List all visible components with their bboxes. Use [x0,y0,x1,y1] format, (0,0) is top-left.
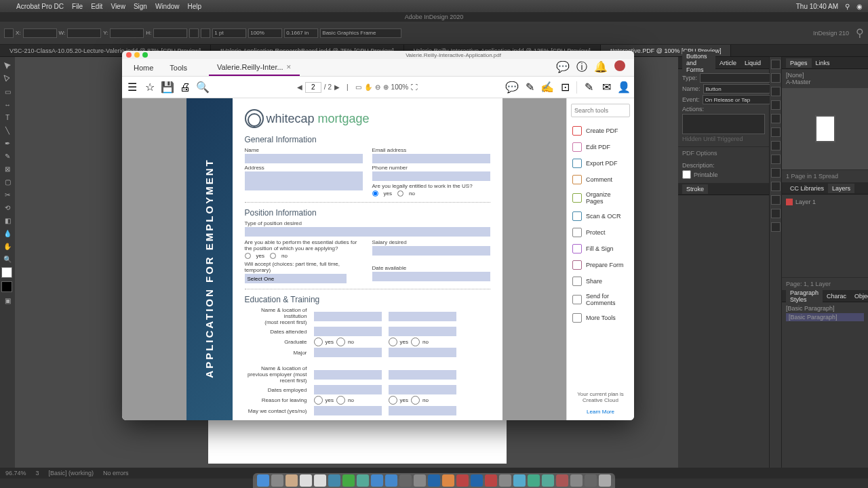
stroke-swatch[interactable] [1,281,12,292]
workspace-label[interactable]: InDesign 210 [813,30,849,37]
rtool-create-pdf[interactable]: Create PDF [571,123,630,139]
dock-icon[interactable] [771,209,781,218]
reason2-yes[interactable] [389,396,397,405]
dock-icon[interactable] [771,195,781,205]
finder-icon[interactable] [257,474,269,487]
pages-none[interactable]: [None] [786,72,864,79]
dock-icon[interactable] [771,73,781,83]
dock-app-icon[interactable] [570,474,583,487]
selection-tool-icon[interactable] [4,28,14,38]
printable-check[interactable] [682,170,691,179]
close-tab-icon[interactable]: ✕ [286,64,292,70]
trash-icon[interactable] [599,474,611,487]
hand-icon[interactable]: ✋ [364,83,372,91]
name-field[interactable] [245,154,363,163]
dates1-field[interactable] [314,327,382,336]
para-basic[interactable]: [Basic Paragraph] [786,305,864,312]
menu-view[interactable]: View [111,3,125,10]
stroke-weight[interactable] [212,28,246,38]
illustrator-icon[interactable] [442,474,454,487]
dock-app-icon[interactable] [271,474,283,487]
comment-icon[interactable]: 💬 [506,81,518,94]
pdf-options[interactable]: PDF Options [678,146,769,159]
avatar[interactable] [614,60,625,71]
salary-field[interactable] [372,246,490,256]
contact1-field[interactable] [314,406,382,415]
prev2-field[interactable] [389,370,456,380]
dates2-field[interactable] [389,327,456,336]
tab-home[interactable]: Home [125,60,161,76]
status-zoom[interactable]: 96.74% [5,470,26,476]
select-tool-icon[interactable]: ▭ [355,83,361,91]
acrobat-titlebar[interactable]: Valerie.Reilly-Interactive-Application.p… [122,51,634,59]
grad1-no[interactable] [336,338,345,346]
rtool-comment[interactable]: Comment [571,171,630,188]
hand-tool-icon[interactable]: ✋ [1,240,14,252]
share-icon[interactable]: 👤 [618,81,630,94]
prev1-field[interactable] [314,370,382,380]
rtool-protect[interactable]: Protect [571,224,630,241]
direct-select-icon[interactable] [1,73,14,85]
dock-icon[interactable] [771,168,781,178]
reason1-yes[interactable] [314,396,323,405]
tab-para[interactable]: Paragraph Styles [786,288,823,304]
view-mode-icon[interactable]: ▣ [1,294,14,306]
page-number-field[interactable] [305,82,321,93]
tab-liquid[interactable]: Liquid [741,58,765,68]
phone-field[interactable] [372,171,490,181]
tab-file[interactable]: Valerie.Reilly-Inter...✕ [209,60,300,76]
highlight-icon[interactable]: ✎ [524,81,536,94]
dock-icon[interactable] [771,141,781,150]
dock-icon[interactable] [771,222,781,232]
siri-icon[interactable]: ◉ [856,3,863,10]
h-field[interactable] [153,28,187,38]
dim-field[interactable] [284,28,318,38]
eyedropper-icon[interactable]: 💧 [1,227,14,239]
rtool-export-pdf[interactable]: Export PDF [571,155,630,171]
zoom-in-icon[interactable]: ⊕ [383,83,389,91]
reason2-no[interactable] [411,396,420,405]
tab-stroke[interactable]: Stroke [682,184,708,194]
scissors-icon[interactable]: ✂ [1,188,14,201]
layer-name[interactable]: Layer 1 [795,199,816,205]
dock-icon[interactable] [771,182,781,191]
zoom-level[interactable]: 100% [391,83,409,91]
menu-window[interactable]: Window [155,3,180,10]
inst1-field[interactable] [314,312,382,321]
tab-pages[interactable]: Pages [786,58,812,68]
email-field[interactable] [372,154,490,163]
chrome-icon[interactable] [342,474,355,487]
type-tool-icon[interactable]: T [1,111,14,123]
search-doc-icon[interactable]: 🔍 [197,81,209,94]
actions-list[interactable] [682,114,765,134]
stamp-icon[interactable]: ⊡ [559,81,571,94]
frame-type[interactable] [320,28,401,38]
save-icon[interactable]: 💾 [161,81,174,94]
pencil-tool-icon[interactable]: ✎ [1,150,14,162]
rtool-more-tools[interactable]: More Tools [571,310,630,326]
safari-icon[interactable] [328,474,340,487]
scale-field[interactable] [248,28,282,38]
x-field[interactable] [23,28,57,38]
dock-icon[interactable] [771,114,781,123]
maximize-icon[interactable] [142,52,148,58]
close-icon[interactable] [126,52,132,58]
tab-char[interactable]: Charac [823,291,850,301]
duties-no-radio[interactable] [270,253,276,259]
tab-links[interactable]: Links [812,58,834,68]
emp1-field[interactable] [314,385,382,394]
address-field[interactable] [245,171,363,190]
dock-app-icon[interactable] [556,474,568,487]
dock-icon[interactable] [771,155,781,164]
inst2-field[interactable] [389,312,456,321]
dock-app-icon[interactable] [585,474,597,487]
accept-select[interactable]: Select One [245,274,347,283]
constrain-icon[interactable] [189,28,199,38]
rtool-send-for-comments[interactable]: Send for Comments [571,289,630,310]
tab-article[interactable]: Article [715,58,741,68]
pen-tool-icon[interactable]: ✒ [1,137,14,149]
duties-yes-radio[interactable] [245,253,251,259]
pages-thumbnails[interactable] [782,88,868,169]
dock-app-icon[interactable] [528,474,540,487]
major1-field[interactable] [314,348,382,357]
